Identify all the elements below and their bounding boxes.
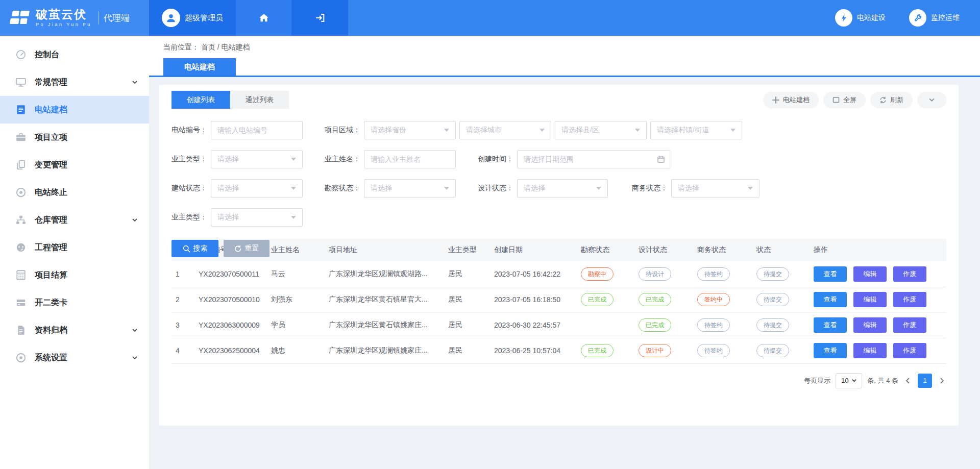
cell-seq: 4 xyxy=(172,338,194,363)
sidebar-item-engineering-mgmt[interactable]: 工程管理 xyxy=(0,234,149,261)
date-range-input[interactable] xyxy=(517,150,670,168)
build-status-select[interactable]: 请选择 xyxy=(211,179,303,198)
cell-owner-name: 学员 xyxy=(267,312,325,338)
business-status-label: 商务状态： xyxy=(632,184,668,193)
reset-button[interactable]: 重置 xyxy=(224,240,270,257)
design-status-select[interactable]: 请选择 xyxy=(517,179,608,198)
city-select[interactable]: 请选择城市 xyxy=(459,121,551,139)
owner-type-select[interactable]: 请选择 xyxy=(211,150,303,168)
survey-status-select[interactable]: 请选择 xyxy=(364,179,456,198)
sidebar-item-change-mgmt[interactable]: 变更管理 xyxy=(0,151,149,179)
collapse-button[interactable] xyxy=(917,92,946,108)
sidebar-item-station-archive[interactable]: 电站建档 xyxy=(0,96,149,124)
sidebar-item-warehouse-mgmt[interactable]: 仓库管理 xyxy=(0,206,149,234)
edit-button[interactable]: 编辑 xyxy=(853,343,887,358)
nav-station-build[interactable]: 电站建设 xyxy=(835,9,886,27)
field-build-status: 建站状态： 请选择 xyxy=(172,179,303,198)
void-button[interactable]: 作废 xyxy=(893,317,926,333)
brand-divider xyxy=(98,11,99,24)
prev-page-button[interactable] xyxy=(903,377,913,384)
edit-button[interactable]: 编辑 xyxy=(853,292,887,307)
page-tab-station-archive[interactable]: 电站建档 xyxy=(163,58,236,76)
panel-header: 创建列表 通过列表 电站建档 全屏 xyxy=(172,91,946,109)
sidebar-item-type2-card[interactable]: 开二类卡 xyxy=(0,289,149,316)
per-page-select[interactable]: 10 xyxy=(836,373,862,388)
sidebar-item-label: 项目结算 xyxy=(35,270,67,281)
cell-address: 广东深圳龙华区黄石镇星官大... xyxy=(325,287,444,312)
station-no-label: 电站编号： xyxy=(172,126,207,135)
main-area: 当前位置： 首页 / 电站建档 电站建档 创建列表 通过列表 电站建档 xyxy=(149,36,980,469)
filter-row-2: 业主类型： 请选择 业主姓名： 创建时间： xyxy=(172,150,946,168)
sidebar-item-system-settings[interactable]: 系统设置 xyxy=(0,344,149,372)
edit-button[interactable]: 编辑 xyxy=(853,266,887,282)
date-range-wrap xyxy=(517,150,670,168)
tab-passed-list[interactable]: 通过列表 xyxy=(230,91,289,109)
station-no-input[interactable] xyxy=(211,121,303,139)
sidebar-item-label: 工程管理 xyxy=(35,242,67,253)
field-owner-type-2: 业主类型： 请选择 xyxy=(172,208,303,227)
fullscreen-button[interactable]: 全屏 xyxy=(823,92,866,108)
status-badge: 待提交 xyxy=(756,267,789,281)
cell-actions: 查看 编辑 作废 xyxy=(810,287,946,312)
logout-button[interactable] xyxy=(291,0,348,36)
sidebar-item-label: 仓库管理 xyxy=(35,215,67,226)
sitemap-icon xyxy=(15,214,27,226)
province-placeholder: 请选择省份 xyxy=(371,126,440,135)
province-select[interactable]: 请选择省份 xyxy=(364,121,456,139)
owner-type-2-select[interactable]: 请选择 xyxy=(211,208,303,227)
sidebar-item-station-termination[interactable]: 电站终止 xyxy=(0,179,149,206)
view-button[interactable]: 查看 xyxy=(814,343,847,358)
county-select[interactable]: 请选择县/区 xyxy=(555,121,647,139)
next-page-button[interactable] xyxy=(937,377,946,384)
filter-row-3: 建站状态： 请选择 勘察状态： 请选择 设计 xyxy=(172,179,946,198)
business-status-badge: 待签约 xyxy=(697,344,730,357)
refresh-button[interactable]: 刷新 xyxy=(870,92,913,108)
nav-monitor-ops-label: 监控运维 xyxy=(931,13,960,22)
survey-status-badge: 勘察中 xyxy=(581,267,614,281)
brand-logo-icon xyxy=(8,7,31,29)
owner-type-label: 业主类型： xyxy=(172,155,207,164)
cell-created: 2023-07-05 16:42:22 xyxy=(490,261,577,287)
void-button[interactable]: 作废 xyxy=(893,343,926,358)
field-business-status: 商务状态： 请选择 xyxy=(632,179,760,198)
nav-monitor-ops[interactable]: 监控运维 xyxy=(909,9,960,27)
calculator-icon xyxy=(15,269,27,281)
logout-icon xyxy=(314,12,326,23)
view-button[interactable]: 查看 xyxy=(814,292,847,307)
sidebar-item-general-mgmt[interactable]: 常规管理 xyxy=(0,68,149,96)
town-select[interactable]: 请选择村镇/街道 xyxy=(650,121,742,139)
survey-status-badge: 已完成 xyxy=(581,344,614,357)
cell-owner-type: 居民 xyxy=(444,287,490,312)
sidebar-item-data-archive[interactable]: 资料归档 xyxy=(0,316,149,344)
search-button[interactable]: 搜索 xyxy=(172,240,218,257)
nav-station-build-label: 电站建设 xyxy=(857,13,886,22)
business-status-badge: 待签约 xyxy=(697,267,730,281)
sidebar-item-project-initiation[interactable]: 项目立项 xyxy=(0,124,149,151)
void-button[interactable]: 作废 xyxy=(893,266,926,282)
void-button[interactable]: 作废 xyxy=(893,292,926,307)
sidebar-item-console[interactable]: 控制台 xyxy=(0,41,149,68)
sidebar: 控制台 常规管理 电站建档 项目立项 变更管理 xyxy=(0,36,149,469)
brand-area: 破茧云伏 Po Jian Yun Fu 代理端 xyxy=(0,0,149,36)
tab-create-list[interactable]: 创建列表 xyxy=(172,91,230,109)
town-placeholder: 请选择村镇/街道 xyxy=(657,126,726,135)
view-button[interactable]: 查看 xyxy=(814,317,847,333)
home-button[interactable] xyxy=(236,0,291,36)
view-button[interactable]: 查看 xyxy=(814,266,847,282)
design-status-badge: 待设计 xyxy=(639,267,671,281)
chevron-down-icon xyxy=(132,217,138,223)
region-label: 项目区域： xyxy=(325,126,360,135)
edit-button[interactable]: 编辑 xyxy=(853,317,887,333)
design-status-badge: 设计中 xyxy=(639,344,671,357)
status-badge: 待提交 xyxy=(756,318,789,332)
sidebar-item-project-settlement[interactable]: 项目结算 xyxy=(0,261,149,289)
current-user[interactable]: 超级管理员 xyxy=(149,0,236,36)
table-row: 4 YX2023062500004 姚忠 广东深圳龙华区观澜镇姚家庄... 居民… xyxy=(172,338,946,363)
business-status-select[interactable]: 请选择 xyxy=(671,179,760,198)
search-icon xyxy=(183,245,190,253)
create-station-button[interactable]: 电站建档 xyxy=(763,92,819,108)
chevron-down-icon xyxy=(132,327,138,333)
page-number-current[interactable]: 1 xyxy=(918,374,932,388)
caret-down-icon xyxy=(596,187,601,190)
owner-name-input[interactable] xyxy=(364,150,456,168)
